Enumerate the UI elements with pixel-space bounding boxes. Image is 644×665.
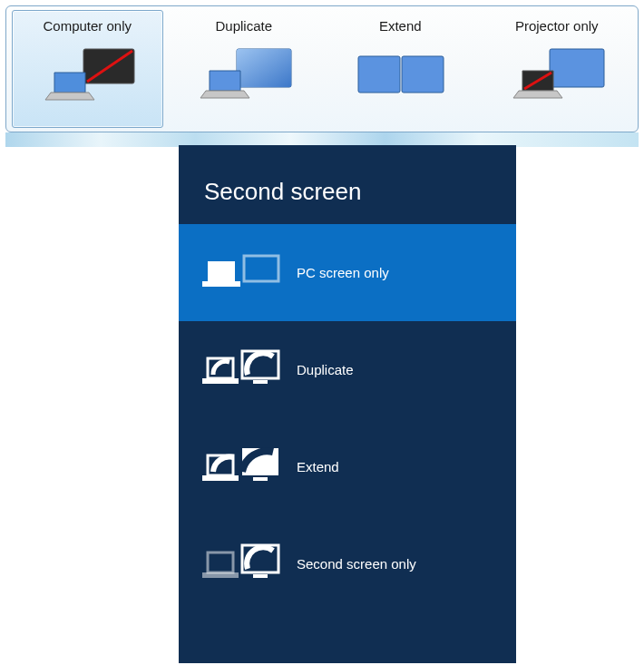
- svg-rect-6: [550, 49, 604, 87]
- win7-option-label: Duplicate: [170, 18, 319, 34]
- win7-option-duplicate[interactable]: Duplicate: [169, 10, 320, 128]
- second-screen-only-icon: [202, 542, 280, 587]
- svg-rect-22: [253, 574, 268, 578]
- projector-only-icon: [483, 39, 632, 112]
- extend-icon: [202, 445, 280, 490]
- win7-option-label: Computer only: [13, 18, 162, 34]
- win8-second-screen-panel: Second screen PC screen only: [179, 145, 516, 663]
- extend-icon: [326, 39, 475, 112]
- win8-option-second-screen-only[interactable]: Second screen only: [179, 515, 516, 612]
- svg-rect-19: [208, 553, 233, 572]
- win8-option-duplicate[interactable]: Duplicate: [179, 321, 516, 418]
- duplicate-icon: [170, 39, 319, 112]
- svg-rect-16: [202, 475, 239, 481]
- duplicate-icon: [202, 347, 280, 393]
- pc-screen-only-icon: [202, 250, 280, 296]
- svg-rect-14: [253, 380, 268, 384]
- win8-option-label: PC screen only: [297, 265, 389, 280]
- svg-rect-10: [244, 256, 278, 281]
- svg-rect-12: [202, 378, 239, 384]
- win8-option-label: Extend: [297, 459, 339, 474]
- win7-option-projector-only[interactable]: Projector only: [482, 10, 633, 128]
- win8-option-label: Second screen only: [297, 556, 416, 572]
- svg-rect-3: [237, 49, 291, 87]
- win7-option-label: Extend: [326, 18, 475, 34]
- win7-option-extend[interactable]: Extend: [325, 10, 476, 128]
- win8-option-pc-screen-only[interactable]: PC screen only: [179, 224, 516, 321]
- svg-rect-4: [358, 56, 400, 93]
- computer-only-icon: [13, 39, 162, 112]
- win7-option-computer-only[interactable]: Computer only: [12, 10, 163, 128]
- svg-rect-8: [208, 261, 235, 281]
- svg-rect-9: [202, 281, 240, 287]
- svg-rect-5: [402, 56, 444, 93]
- svg-rect-18: [253, 477, 268, 481]
- win8-option-extend[interactable]: Extend: [179, 418, 516, 515]
- svg-rect-20: [202, 572, 239, 578]
- panel-title: Second screen: [179, 145, 516, 224]
- win7-option-label: Projector only: [483, 18, 632, 34]
- win8-options-list: PC screen only Duplicate: [179, 224, 516, 612]
- win7-display-switcher: Computer only Duplicate: [5, 5, 639, 132]
- win8-option-label: Duplicate: [297, 362, 354, 377]
